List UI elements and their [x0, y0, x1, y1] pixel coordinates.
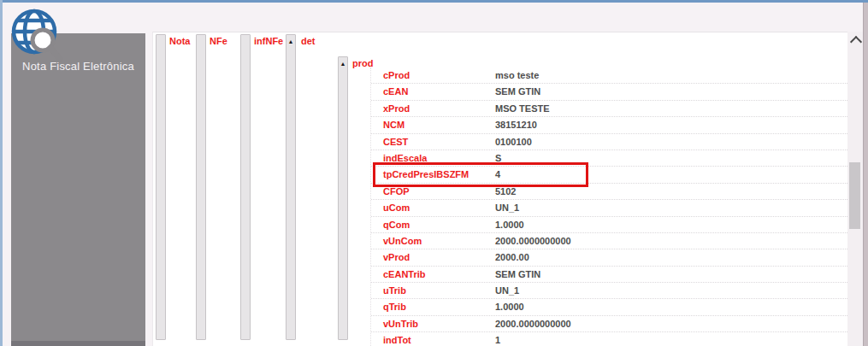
field-name: cEANTrib: [383, 267, 426, 283]
sidebar: [11, 33, 145, 341]
field-value: UN_1: [495, 283, 519, 299]
collapse-triangle-icon[interactable]: ▲: [286, 37, 295, 46]
field-name: uTrib: [383, 283, 406, 299]
field-value: 38151210: [495, 117, 537, 133]
field-name: qCom: [383, 217, 410, 233]
tree-node-infnfe[interactable]: infNFe: [254, 36, 283, 46]
sidebar-bottom-edge: [11, 341, 145, 346]
collapse-triangle-icon[interactable]: ▲: [339, 59, 347, 68]
field-name: qTrib: [383, 299, 406, 315]
tree-strip-nota[interactable]: [156, 34, 166, 340]
tree-strip-infnfe[interactable]: [240, 34, 251, 340]
field-name: uCom: [383, 200, 410, 216]
scrollbar-thumb[interactable]: [849, 162, 860, 229]
field-value: 0100100: [495, 134, 532, 150]
table-row[interactable]: CEST0100100: [371, 134, 847, 150]
field-value: SEM GTIN: [495, 84, 540, 100]
tree-node-nfe[interactable]: NFe: [210, 36, 227, 46]
field-value: 2000.0000000000: [495, 316, 571, 332]
field-value: MSO TESTE: [495, 101, 550, 117]
field-rows: cProdmso testecEANSEM GTINxProdMSO TESTE…: [370, 67, 847, 346]
window-top-border: [0, 0, 868, 3]
window-left-border: [0, 0, 3, 346]
table-row[interactable]: vUnTrib2000.0000000000: [371, 316, 847, 332]
field-value: UN_1: [495, 200, 519, 216]
highlight-box: [373, 162, 588, 187]
field-name: cEAN: [383, 84, 408, 100]
field-value: 2000.00: [495, 249, 529, 266]
field-name: CEST: [383, 134, 408, 150]
field-name: vUnTrib: [383, 316, 418, 332]
field-name: indTot: [383, 332, 411, 346]
table-row[interactable]: qTrib1.0000: [371, 299, 847, 315]
table-row[interactable]: indTot1: [371, 332, 847, 346]
table-row[interactable]: cEANSEM GTIN: [371, 84, 847, 100]
table-row[interactable]: vUnCom2000.0000000000: [371, 233, 847, 249]
table-row[interactable]: qCom1.0000: [371, 217, 847, 233]
table-row[interactable]: cProdmso teste: [371, 67, 847, 84]
tree-node-nota[interactable]: Nota: [169, 36, 190, 46]
field-value: 1: [495, 332, 500, 346]
field-value: SEM GTIN: [495, 267, 540, 283]
table-row[interactable]: uTribUN_1: [371, 283, 847, 299]
tree-node-det[interactable]: det: [301, 36, 316, 46]
field-value: 1.0000: [495, 299, 524, 315]
window-right-border: [863, 3, 868, 346]
table-row[interactable]: vProd2000.00: [371, 249, 847, 266]
tree-strip-nfe[interactable]: [196, 34, 206, 340]
field-name: cProd: [383, 67, 410, 84]
table-row[interactable]: xProdMSO TESTE: [371, 101, 847, 117]
field-name: vUnCom: [383, 233, 422, 249]
field-value: mso teste: [495, 67, 539, 84]
field-value: 2000.0000000000: [495, 233, 571, 249]
tree-strip-prod[interactable]: ▲: [338, 56, 348, 340]
field-name: NCM: [383, 117, 404, 133]
tree-strip-det[interactable]: ▲: [286, 34, 296, 340]
table-row[interactable]: cEANTribSEM GTIN: [371, 267, 847, 283]
field-name: xProd: [383, 101, 410, 117]
globe-with-magnifier-icon: [10, 8, 63, 64]
table-row[interactable]: NCM38151210: [371, 117, 847, 133]
field-name: vProd: [383, 249, 410, 266]
nfe-xml-viewer-window: { "window": { "app_label": "Nota Fiscal …: [0, 0, 868, 346]
table-row[interactable]: uComUN_1: [371, 200, 847, 216]
field-value: 1.0000: [495, 217, 524, 233]
